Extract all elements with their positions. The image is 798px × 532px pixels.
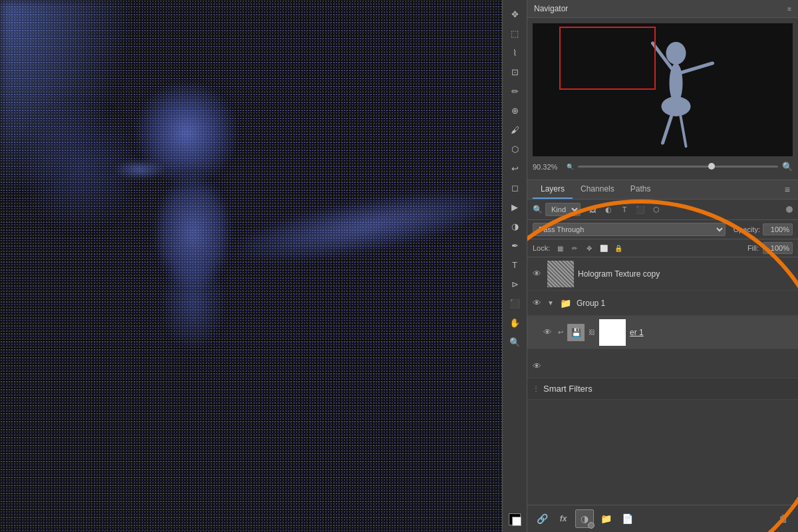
ps-toolbar: ✥ ⬚ ⌇ ⊡ ✏ ⊕ 🖌 ⬡ ↩ ◻ ▶ ◑ ✒ T ⊳ ⬛ ✋ 🔍 (502, 0, 527, 532)
layer-thumb-white-layer1 (599, 319, 626, 346)
zoom-btn[interactable]: 🔍 (506, 333, 523, 350)
navigator-section: Navigator ≡ (527, 0, 798, 180)
right-panel-wrapper: Navigator ≡ (527, 0, 798, 532)
lock-label: Lock: (533, 244, 550, 252)
fill-label: Fill: (747, 244, 759, 252)
filter-icons-row: 🖼 ◐ T ⬛ ⬡ (586, 203, 663, 216)
fg-bg-colors[interactable] (509, 513, 521, 527)
shape-btn[interactable]: ⬛ (506, 295, 523, 312)
filter-shape-btn[interactable]: ⬛ (634, 203, 647, 216)
dodge-btn[interactable]: ◑ (506, 217, 523, 235)
layer-row-extra[interactable]: 👁 (527, 354, 798, 378)
chain-icon-layer1: ⛓ (589, 329, 595, 336)
layer-thumbnail-hologram (547, 261, 574, 287)
tab-layers[interactable]: Layers (533, 180, 573, 199)
layer-visibility-extra[interactable]: 👁 (533, 361, 543, 371)
filter-adjustment-btn[interactable]: ◐ (602, 203, 615, 216)
hand-btn[interactable]: ✋ (506, 314, 523, 331)
nav-dancer-svg (533, 23, 793, 156)
figure-overlay (0, 0, 527, 532)
brush-btn[interactable]: 🖌 (506, 121, 523, 138)
tab-channels[interactable]: Channels (573, 180, 622, 199)
link-icon-layer1: ↩ (558, 329, 563, 336)
lasso-tool-btn[interactable]: ⌇ (506, 44, 523, 61)
lock-all-btn[interactable]: 🔒 (612, 242, 624, 254)
filter-kind-select[interactable]: Kind (545, 203, 581, 216)
fx-btn[interactable]: fx (554, 509, 573, 528)
heal-btn[interactable]: ⊕ (506, 102, 523, 119)
canvas-area (0, 0, 527, 532)
filter-type-btn[interactable]: T (618, 203, 631, 216)
layers-bottom-toolbar: 🔗 fx ◑ 📁 📄 🗑 (527, 505, 798, 532)
filter-toggle-dot[interactable] (786, 206, 793, 213)
zoom-slider-thumb[interactable] (708, 163, 715, 170)
filter-smart-btn[interactable]: ⬡ (650, 203, 663, 216)
move-tool-btn[interactable]: ✥ (506, 5, 523, 23)
zoom-large-icon: 🔍 (782, 162, 793, 172)
smart-filter-indent: ⋮ (533, 385, 539, 392)
layer-visibility-hologram[interactable]: 👁 (533, 269, 543, 279)
svg-rect-0 (533, 23, 793, 156)
layer-thumb-gray (547, 261, 574, 287)
layers-list: 👁 Hologram Texture copy 👁 ▼ 📁 (527, 257, 798, 505)
opacity-label: Opacity: (733, 225, 760, 233)
layers-lock-row: Lock: ▦ ✏ ✥ ⬜ 🔒 Fill: (527, 239, 798, 257)
lock-artboard-btn[interactable]: ⬜ (598, 242, 610, 254)
layer-info-hologram: Hologram Texture copy (578, 269, 793, 279)
eraser-btn[interactable]: ◻ (506, 179, 523, 196)
pen-btn[interactable]: ✒ (506, 237, 523, 254)
smart-filters-row: ⋮ Smart Filters (527, 378, 798, 400)
tab-paths[interactable]: Paths (622, 180, 659, 199)
filter-pixel-btn[interactable]: 🖼 (586, 203, 599, 216)
lock-transparent-btn[interactable]: ▦ (554, 242, 566, 254)
opacity-input[interactable] (763, 223, 793, 235)
lock-pixels-btn[interactable]: ✏ (569, 242, 581, 254)
layer-row-group1[interactable]: 👁 ▼ 📁 Group 1 (527, 291, 798, 316)
stamp-btn[interactable]: ⬡ (506, 140, 523, 158)
navigator-header: Navigator ≡ (527, 0, 798, 18)
select-tool-btn[interactable]: ⬚ (506, 25, 523, 42)
navigator-title: Navigator (534, 4, 568, 13)
new-fill-layer-btn[interactable]: ◑ (575, 509, 594, 528)
adjustment-icon: ◑ (581, 513, 589, 524)
layers-blend-row: Pass Through Opacity: (527, 220, 798, 239)
gradient-btn[interactable]: ▶ (506, 198, 523, 215)
cursor-highlight (588, 522, 595, 529)
navigator-collapse-btn[interactable]: ≡ (787, 5, 791, 13)
zoom-slider-track[interactable] (578, 166, 778, 168)
crop-tool-btn[interactable]: ⊡ (506, 63, 523, 80)
lock-position-btn[interactable]: ✥ (583, 242, 595, 254)
link-layers-btn[interactable]: 🔗 (533, 509, 551, 528)
layers-tabs: Layers Channels Paths ≡ (527, 180, 798, 200)
layers-panel-menu[interactable]: ≡ (782, 180, 793, 199)
navigator-preview[interactable] (533, 23, 793, 156)
layer-visibility-layer1[interactable]: 👁 (543, 327, 554, 337)
right-panel: Navigator ≡ (527, 0, 798, 532)
nav-dancer-bg (533, 23, 793, 156)
history-btn[interactable]: ↩ (506, 160, 523, 177)
svg-point-1 (666, 42, 686, 65)
layer-visibility-group1[interactable]: 👁 (533, 298, 543, 308)
smart-filters-label: Smart Filters (543, 384, 593, 394)
path-select-btn[interactable]: ⊳ (506, 275, 523, 293)
layer-name-group1: Group 1 (577, 299, 793, 308)
group-folder-icon: 📁 (559, 297, 573, 310)
layer-row-hologram-texture[interactable]: 👁 Hologram Texture copy (527, 257, 798, 291)
navigator-content: 90.32% 🔍 🔍 (527, 18, 798, 180)
type-btn[interactable]: T (506, 256, 523, 273)
new-group-btn[interactable]: 📁 (597, 509, 615, 528)
canvas-content[interactable] (0, 0, 527, 532)
zoom-small-icon: 🔍 (567, 164, 574, 170)
layer-spacer (527, 349, 798, 354)
layer-thumb-floppy: 💾 (567, 324, 585, 341)
new-layer-btn[interactable]: 📄 (618, 509, 636, 528)
group-arrow-icon: ▼ (547, 299, 554, 307)
delete-layer-btn[interactable]: 🗑 (774, 509, 793, 528)
glow-upper-left (20, 100, 140, 233)
layer-row-layer1[interactable]: 👁 ↩ 💾 ⛓ er 1 (527, 316, 798, 349)
glow-arm-right (223, 176, 508, 277)
filter-search-icon: 🔍 (533, 205, 543, 214)
eyedropper-btn[interactable]: ✏ (506, 82, 523, 100)
fill-input[interactable] (763, 242, 793, 254)
blend-mode-select[interactable]: Pass Through (533, 223, 726, 236)
